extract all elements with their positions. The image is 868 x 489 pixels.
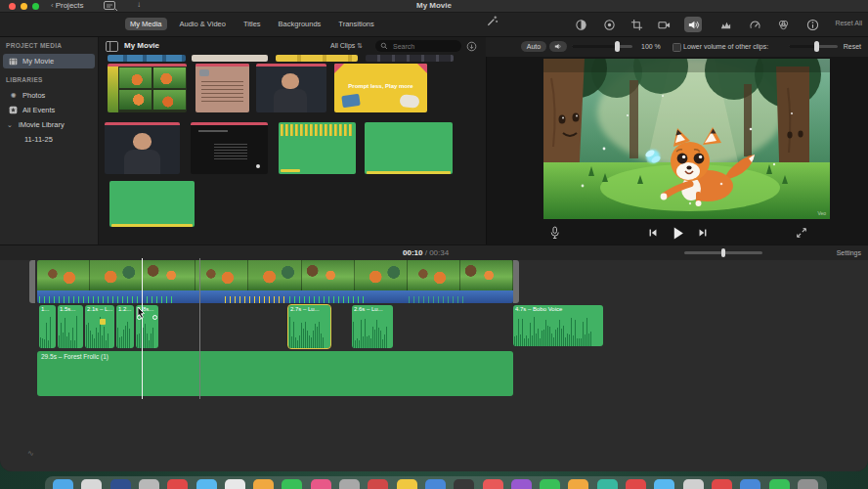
media-thumbnail-partial[interactable] xyxy=(276,55,358,62)
timeline-audio-clip[interactable]: 2.6s – Lu... xyxy=(352,305,393,348)
sidebar-item-photos[interactable]: ✺ Photos xyxy=(3,88,95,103)
timeline-music-clip[interactable]: 29.5s – Forest Frolic (1) xyxy=(37,351,513,396)
search-box[interactable] xyxy=(375,40,461,52)
dock-app-icon[interactable] xyxy=(282,479,302,489)
video-audio-waveform-bar[interactable] xyxy=(37,290,513,303)
timeline-playhead[interactable] xyxy=(142,258,143,399)
browser-sidebar-toggle-icon[interactable] xyxy=(106,41,118,52)
media-thumbnail-fox-collage[interactable] xyxy=(108,64,187,112)
color-balance-icon[interactable] xyxy=(572,17,589,32)
dock-app-icon[interactable] xyxy=(110,479,131,489)
volume-slider[interactable] xyxy=(572,45,632,48)
timeline-zoom-knob[interactable] xyxy=(721,248,725,257)
media-thumbnail-webcam-2[interactable] xyxy=(105,122,180,174)
waveform-ticks xyxy=(289,296,366,303)
waveform xyxy=(289,314,329,348)
sidebar-item-all-events[interactable]: All Events xyxy=(3,103,95,117)
dock-app-icon[interactable] xyxy=(339,479,360,489)
clip-trim-handle-right[interactable] xyxy=(513,260,519,303)
imovie-window: ‹Projects ↓ My Movie My Media Audio & Vi… xyxy=(0,0,868,471)
voiceover-mic-icon[interactable] xyxy=(549,226,560,240)
dock-app-icon[interactable] xyxy=(397,479,417,489)
all-clips-filter[interactable]: All Clips ⇅ xyxy=(330,42,363,50)
dock-app-icon[interactable] xyxy=(540,479,560,489)
dock-app-icon[interactable] xyxy=(53,479,73,489)
dock-app-icon[interactable] xyxy=(683,479,704,489)
dock-app-icon[interactable] xyxy=(798,479,818,489)
dock-app-icon[interactable] xyxy=(597,479,618,489)
volume-slider-knob[interactable] xyxy=(615,41,620,52)
dock-app-icon[interactable] xyxy=(425,479,446,489)
mute-speaker-button[interactable] xyxy=(549,41,567,52)
clip-appearance-icon[interactable] xyxy=(466,41,477,52)
ducking-slider-knob[interactable] xyxy=(814,41,819,52)
sidebar-item-event-date[interactable]: 11-11-25 xyxy=(3,132,95,147)
reset-all-button[interactable]: Reset All xyxy=(835,20,862,26)
media-thumbnail-audio-1[interactable] xyxy=(279,122,356,174)
dock-app-icon[interactable] xyxy=(454,479,474,489)
media-thumbnail-partial[interactable] xyxy=(366,55,454,62)
timeline-audio-clip[interactable]: 1.5s... xyxy=(58,305,83,348)
dock-app-icon[interactable] xyxy=(511,479,532,489)
next-frame-button[interactable] xyxy=(697,227,709,239)
timeline-audio-clip[interactable]: 1... xyxy=(39,305,56,348)
volume-icon[interactable] xyxy=(684,17,702,32)
noise-reduction-icon[interactable] xyxy=(716,17,734,32)
play-button[interactable] xyxy=(671,226,685,241)
timeline-skimmer[interactable] xyxy=(199,258,200,399)
video-preview[interactable]: Veo xyxy=(543,59,830,219)
lower-volume-checkbox[interactable] xyxy=(673,43,681,52)
timeline-audio-clip-selected[interactable]: 2.7s – Lu... xyxy=(288,305,330,348)
speed-icon[interactable] xyxy=(746,17,763,32)
dock-app-icon[interactable] xyxy=(311,479,331,489)
media-thumbnail-audio-3[interactable] xyxy=(109,181,195,227)
media-thumbnail-document[interactable] xyxy=(195,64,249,112)
stabilization-icon[interactable] xyxy=(655,17,673,32)
info-icon[interactable] xyxy=(803,17,821,32)
clip-filter-icon[interactable] xyxy=(774,17,792,32)
timeline-audio-clip[interactable]: 1.2... xyxy=(116,305,134,348)
search-input[interactable] xyxy=(391,42,454,51)
dock-app-icon[interactable] xyxy=(225,479,245,489)
timeline-settings-button[interactable]: Settings xyxy=(837,249,861,256)
timeline-audio-clip[interactable]: 2.1s – L... xyxy=(85,305,114,348)
fullscreen-icon[interactable] xyxy=(796,227,807,239)
dock-app-icon[interactable] xyxy=(368,479,388,489)
filmstrip-frame xyxy=(302,260,355,290)
media-thumbnail-partial[interactable] xyxy=(192,55,268,62)
dock-app-icon[interactable] xyxy=(654,479,674,489)
dock-app-icon[interactable] xyxy=(81,479,102,489)
media-thumbnail-screen-recording[interactable] xyxy=(191,122,268,174)
dock xyxy=(45,476,827,489)
dock-app-icon[interactable] xyxy=(568,479,588,489)
dock-app-icon[interactable] xyxy=(167,479,188,489)
color-correction-icon[interactable] xyxy=(600,17,618,32)
media-thumbnail-promo[interactable]: Prompt less, Play more xyxy=(334,64,427,112)
dock-app-icon[interactable] xyxy=(483,479,503,489)
video-clip-filmstrip[interactable] xyxy=(37,260,513,290)
dock-app-icon[interactable] xyxy=(253,479,274,489)
timeline-audio-clip[interactable]: 4.7s – Bobo Voice xyxy=(513,305,603,346)
dock-app-icon[interactable] xyxy=(626,479,646,489)
dock-app-icon[interactable] xyxy=(740,479,760,489)
collage-cell xyxy=(153,67,186,88)
sidebar-item-imovie-library[interactable]: ⌄ iMovie Library xyxy=(3,117,95,132)
dock-app-icon[interactable] xyxy=(139,479,159,489)
dock-app-icon[interactable] xyxy=(712,479,732,489)
crop-icon[interactable] xyxy=(628,17,645,32)
timeline-zoom-slider[interactable] xyxy=(684,251,762,254)
previous-frame-button[interactable] xyxy=(647,227,659,239)
reset-button[interactable]: Reset xyxy=(844,43,861,50)
fade-handle[interactable] xyxy=(152,315,157,320)
sidebar-item-my-movie[interactable]: My Movie xyxy=(3,54,95,68)
clip-effect-badge-icon xyxy=(100,319,106,325)
clip-trim-handle-left[interactable] xyxy=(29,260,35,303)
media-thumbnail-partial[interactable] xyxy=(108,55,186,62)
dock-app-icon[interactable] xyxy=(196,479,217,489)
media-thumbnail-audio-2[interactable] xyxy=(365,122,453,174)
thumbnail-marker xyxy=(108,64,187,67)
media-thumbnail-webcam-1[interactable] xyxy=(256,64,326,112)
ducking-slider[interactable] xyxy=(789,45,838,48)
auto-volume-button[interactable]: Auto xyxy=(521,41,546,52)
dock-app-icon[interactable] xyxy=(769,479,790,489)
